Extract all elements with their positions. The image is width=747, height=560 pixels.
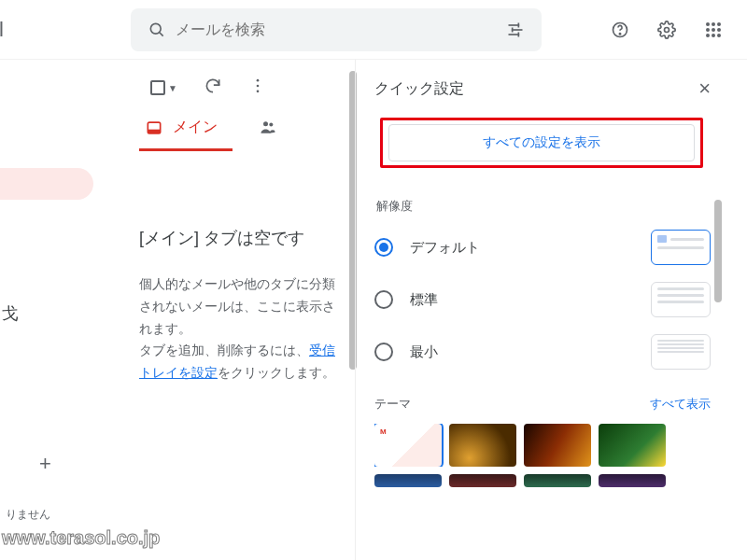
watermark-text: www.terasol.co.jp <box>2 527 160 549</box>
svg-rect-4 <box>509 34 520 35</box>
svg-point-12 <box>257 85 260 88</box>
tab-primary[interactable]: メイン <box>139 118 233 151</box>
select-all-checkbox[interactable]: ▼ <box>150 80 177 95</box>
density-comfortable-label: 標準 <box>410 291 438 309</box>
empty-p1: 個人的なメールや他のタブに分類されないメールは、ここに表示されます。 <box>139 273 342 340</box>
theme-default[interactable] <box>374 424 442 467</box>
svg-rect-3 <box>512 29 523 31</box>
help-icon[interactable] <box>601 11 639 49</box>
svg-rect-15 <box>148 129 160 133</box>
search-icon[interactable] <box>138 11 176 49</box>
nav-bottom-text: りません <box>6 507 50 523</box>
svg-rect-5 <box>518 22 520 27</box>
search-bar[interactable] <box>131 8 542 51</box>
gear-icon[interactable] <box>648 11 685 49</box>
search-container <box>131 8 542 51</box>
svg-rect-6 <box>512 27 514 32</box>
theme-option-6[interactable] <box>449 474 516 487</box>
svg-point-13 <box>257 91 260 93</box>
more-icon[interactable] <box>248 77 267 99</box>
search-options-icon[interactable] <box>497 11 534 49</box>
close-icon[interactable]: × <box>698 77 711 101</box>
gmail-logo-fragment: ail <box>0 18 37 42</box>
mail-toolbar: ▼ <box>139 75 347 112</box>
nav-character: 戈 <box>2 302 19 325</box>
settings-header: クイック設定 × <box>374 77 711 101</box>
density-comfortable-row[interactable]: 標準 <box>374 282 711 317</box>
mail-list-pane: ▼ メイン [メイン] タブは空です 個人的なメールや他のタブに分類されないメー… <box>126 60 355 560</box>
svg-point-17 <box>269 123 273 127</box>
svg-point-11 <box>257 79 260 82</box>
view-all-themes-link[interactable]: すべて表示 <box>650 396 711 413</box>
svg-point-0 <box>150 23 161 34</box>
quick-settings-panel: クイック設定 × すべての設定を表示 解像度 デフォルト 標準 <box>355 60 724 560</box>
selected-nav-pill[interactable] <box>0 168 93 200</box>
left-nav-strip: 戈 + りません <box>0 60 126 560</box>
radio-compact[interactable] <box>374 343 393 361</box>
search-input[interactable] <box>176 21 497 38</box>
density-compact-label: 最小 <box>410 343 438 361</box>
theme-option-5[interactable] <box>374 474 442 487</box>
theme-option-4[interactable] <box>599 424 666 467</box>
density-comfortable-preview <box>651 282 711 317</box>
theme-option-7[interactable] <box>524 474 591 487</box>
svg-rect-7 <box>518 32 520 36</box>
density-default-preview <box>651 230 711 265</box>
density-default-label: デフォルト <box>410 239 480 257</box>
density-default-row[interactable]: デフォルト <box>374 230 711 265</box>
add-label-icon[interactable]: + <box>39 452 51 476</box>
theme-row-2 <box>374 474 711 487</box>
theme-option-8[interactable] <box>599 474 666 487</box>
tab-primary-label: メイン <box>173 118 218 137</box>
empty-state: [メイン] タブは空です 個人的なメールや他のタブに分類されないメールは、ここに… <box>139 226 347 385</box>
theme-option-3[interactable] <box>524 424 591 467</box>
apps-grid-icon[interactable] <box>695 11 732 49</box>
svg-point-10 <box>665 27 669 32</box>
radio-default[interactable] <box>374 238 393 257</box>
theme-row-1 <box>374 424 711 467</box>
theme-section-label: テーマ <box>374 396 411 413</box>
empty-heading: [メイン] タブは空です <box>139 226 342 251</box>
see-all-settings-button[interactable]: すべての設定を表示 <box>388 124 695 161</box>
highlight-annotation: すべての設定を表示 <box>380 118 703 168</box>
radio-comfortable[interactable] <box>374 290 393 309</box>
theme-header: テーマ すべて表示 <box>374 396 711 413</box>
theme-option-2[interactable] <box>449 424 516 467</box>
header-right <box>601 11 736 49</box>
density-compact-row[interactable]: 最小 <box>374 334 711 370</box>
svg-point-16 <box>263 121 268 126</box>
settings-scrollbar[interactable] <box>714 200 722 302</box>
settings-title: クイック設定 <box>374 79 464 99</box>
density-compact-preview <box>651 334 711 370</box>
tab-social[interactable] <box>259 118 277 151</box>
svg-rect-2 <box>509 24 520 26</box>
density-section-label: 解像度 <box>376 198 711 215</box>
svg-point-9 <box>619 33 620 34</box>
svg-line-1 <box>160 32 163 35</box>
refresh-icon[interactable] <box>204 77 222 99</box>
main-body: 戈 + りません ▼ メイン [メイン] タブは空です <box>0 60 747 560</box>
category-tabs: メイン <box>139 118 347 151</box>
empty-p2: タブを追加、削除するには、受信トレイを設定をクリックします。 <box>139 340 342 385</box>
header-bar: ail <box>0 0 747 60</box>
